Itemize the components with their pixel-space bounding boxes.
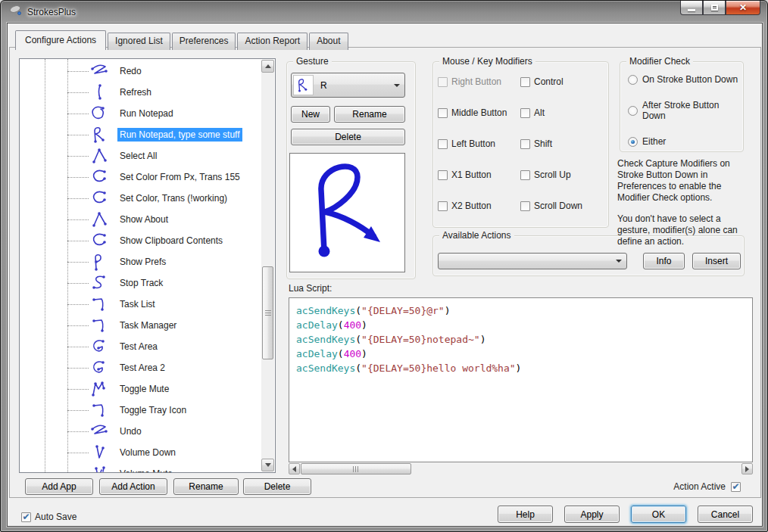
tree-item-run-notepad[interactable]: Run Notepad (20, 103, 261, 124)
cancel-button[interactable]: Cancel (698, 506, 753, 523)
tree-item-toggle-mute[interactable]: Toggle Mute (20, 378, 261, 400)
tree-item-toggle-tray-icon[interactable]: Toggle Tray Icon (20, 400, 261, 421)
arrow-down-icon (265, 463, 271, 467)
tree-item-label: Set Color From Px, Trans 155 (117, 170, 242, 184)
title-bar[interactable]: StrokesPlus ✕ (1, 1, 767, 23)
tree-item-show-about[interactable]: Show About (20, 209, 261, 230)
tab-about[interactable]: About (309, 33, 348, 50)
tree-item-run-notepad-type-some-stuff[interactable]: Run Notepad, type some stuff (20, 124, 261, 145)
tree-item-undo[interactable]: Undo (20, 421, 261, 442)
rename-action-button[interactable]: Rename (173, 478, 239, 495)
checkbox-box[interactable] (520, 108, 530, 118)
tree-item-volume-down[interactable]: Volume Down (20, 442, 261, 463)
gesture-g-icon (89, 337, 111, 356)
tree-scrollbar[interactable] (261, 60, 274, 471)
gesture-hook-icon (89, 400, 111, 420)
scroll-right-button[interactable] (741, 463, 753, 474)
tree-connector-line (67, 347, 89, 347)
checkbox-box[interactable] (520, 201, 530, 211)
actions-tree[interactable]: RedoRefreshRun NotepadRun Notepad, type … (19, 58, 276, 473)
checkbox-box[interactable] (520, 77, 530, 87)
gesture-delete-button[interactable]: Delete (291, 129, 405, 145)
gesture-dropdown[interactable]: R (291, 73, 405, 98)
note-capture-modifiers: Check Capture Modifiers on Stroke Button… (617, 158, 754, 204)
checkbox-box[interactable] (520, 139, 530, 149)
tab-preferences[interactable]: Preferences (172, 33, 236, 50)
tree-item-redo[interactable]: Redo (20, 61, 261, 82)
scroll-up-button[interactable] (261, 60, 274, 73)
lua-scrollbar-thumb[interactable] (301, 463, 411, 474)
checkbox-scroll-down[interactable]: Scroll Down (520, 201, 582, 211)
lua-script-editor[interactable]: acSendKeys("{DELAY=50}@r")acDelay(400)ac… (289, 297, 753, 462)
scroll-down-button[interactable] (261, 459, 274, 471)
lua-horizontal-scrollbar[interactable] (289, 463, 753, 474)
tree-item-test-area[interactable]: Test Area (20, 336, 261, 357)
add-action-button[interactable]: Add Action (99, 478, 167, 495)
gesture-c-icon (89, 167, 111, 187)
minimize-icon (688, 9, 695, 11)
radio-on-stroke-button-down[interactable]: On Stroke Button Down (628, 74, 743, 85)
window-title: StrokesPlus (27, 7, 76, 17)
checkbox-left-button[interactable]: Left Button (438, 138, 520, 149)
insert-button[interactable]: Insert (692, 253, 741, 269)
tree-item-select-all[interactable]: Select All (20, 145, 261, 166)
checkbox-scroll-up[interactable]: Scroll Up (520, 170, 582, 180)
configure-actions-panel: RedoRefreshRun NotepadRun Notepad, type … (9, 47, 761, 498)
checkbox-right-button: Right Button (438, 76, 520, 87)
tree-item-test-area-2[interactable]: Test Area 2 (20, 357, 261, 378)
tree-item-set-color-from-px-trans-155[interactable]: Set Color From Px, Trans 155 (20, 166, 261, 188)
apply-button[interactable]: Apply (564, 506, 620, 523)
tree-connector-line (67, 114, 89, 114)
close-button[interactable]: ✕ (726, 1, 760, 15)
available-actions-dropdown[interactable] (438, 253, 627, 269)
scrollbar-grip (265, 310, 271, 316)
gesture-v2-icon (89, 464, 111, 473)
radio-circle[interactable] (628, 75, 638, 85)
radio-after-stroke-button-down[interactable]: After Stroke Button Down (628, 100, 743, 121)
scroll-left-button[interactable] (289, 463, 300, 474)
help-button[interactable]: Help (498, 506, 553, 523)
auto-save-checkbox[interactable]: ✔ Auto Save (21, 512, 76, 522)
checkbox-box[interactable] (438, 170, 448, 180)
tree-item-show-clipboard-contents[interactable]: Show Clipboard Contents (20, 230, 261, 251)
tree-item-task-manager[interactable]: Task Manager (20, 315, 261, 336)
tab-configure-actions[interactable]: Configure Actions (15, 30, 106, 50)
tree-item-refresh[interactable]: Refresh (20, 82, 261, 103)
checkbox-shift[interactable]: Shift (520, 138, 582, 149)
checkbox-x2-button[interactable]: X2 Button (438, 201, 520, 211)
checkbox-box[interactable] (438, 108, 448, 118)
gesture-preview (289, 153, 405, 272)
maximize-button[interactable] (703, 1, 726, 15)
tree-scrollbar-thumb[interactable] (262, 266, 273, 359)
tab-ignored-list[interactable]: Ignored List (108, 33, 170, 50)
radio-circle[interactable] (628, 137, 638, 147)
radio-circle[interactable] (628, 106, 638, 116)
checkbox-middle-button[interactable]: Middle Button (438, 107, 520, 118)
delete-action-button[interactable]: Delete (243, 478, 311, 495)
info-button[interactable]: Info (643, 253, 685, 269)
radio-label: On Stroke Button Down (642, 74, 738, 85)
lua-code-line: acSendKeys("{DELAY=50}hello world%ha") (296, 361, 749, 375)
gesture-new-button[interactable]: New (291, 106, 330, 123)
checkbox-alt[interactable]: Alt (520, 107, 582, 118)
gesture-rename-button[interactable]: Rename (334, 106, 405, 123)
checkbox-x1-button[interactable]: X1 Button (438, 170, 520, 180)
minimize-button[interactable] (680, 1, 703, 15)
action-active-checkbox[interactable]: ✔ (731, 482, 741, 492)
tree-item-set-color-trans-working[interactable]: Set Color, Trans (!working) (20, 188, 261, 209)
checkbox-control[interactable]: Control (520, 76, 582, 87)
tab-action-report[interactable]: Action Report (237, 33, 308, 50)
ok-button[interactable]: OK (631, 506, 686, 523)
tree-item-label: Stop Track (117, 276, 165, 290)
radio-either[interactable]: Either (628, 136, 743, 147)
gesture-c-icon (89, 231, 111, 250)
checkbox-box[interactable] (520, 170, 530, 180)
tree-item-stop-track[interactable]: Stop Track (20, 272, 261, 294)
tree-item-show-prefs[interactable]: Show Prefs (20, 251, 261, 272)
tree-item-volume-mute[interactable]: Volume Mute (20, 463, 261, 473)
add-app-button[interactable]: Add App (25, 478, 93, 495)
radio-label: After Stroke Button Down (642, 100, 743, 121)
checkbox-box[interactable] (438, 201, 448, 211)
tree-item-task-list[interactable]: Task List (20, 294, 261, 315)
checkbox-box[interactable] (438, 139, 448, 149)
